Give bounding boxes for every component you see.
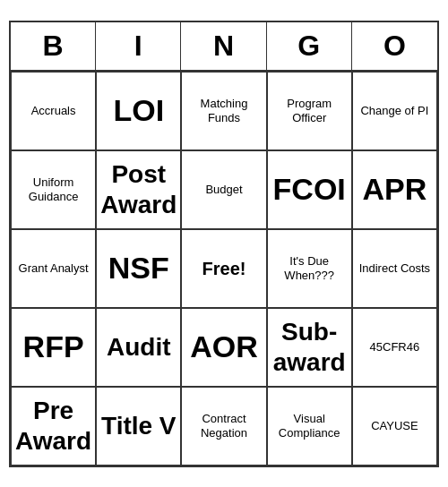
- bingo-cell: 45CFR46: [352, 308, 437, 387]
- bingo-header-letter: N: [181, 22, 266, 70]
- bingo-cell: LOI: [96, 72, 181, 150]
- bingo-cell: It's Due When???: [267, 229, 352, 308]
- bingo-cell: Title V: [96, 387, 181, 466]
- bingo-cell: Free!: [181, 229, 266, 308]
- bingo-cell: Post Award: [96, 150, 181, 229]
- bingo-header-letter: G: [267, 22, 352, 70]
- bingo-cell: Contract Negation: [181, 387, 266, 466]
- bingo-cell: Pre Award: [11, 387, 96, 466]
- bingo-cell: CAYUSE: [352, 387, 437, 466]
- bingo-grid: AccrualsLOIMatching FundsProgram Officer…: [11, 72, 437, 466]
- bingo-cell: Program Officer: [267, 72, 352, 150]
- bingo-header-letter: I: [96, 22, 181, 70]
- bingo-cell: AOR: [181, 308, 266, 387]
- bingo-cell: Change of PI: [352, 72, 437, 150]
- bingo-cell: NSF: [96, 229, 181, 308]
- bingo-cell: FCOI: [267, 150, 352, 229]
- bingo-cell: RFP: [11, 308, 96, 387]
- bingo-cell: Uniform Guidance: [11, 150, 96, 229]
- bingo-header-letter: B: [11, 22, 96, 70]
- bingo-cell: APR: [352, 150, 437, 229]
- bingo-cell: Matching Funds: [181, 72, 266, 150]
- bingo-header-letter: O: [352, 22, 437, 70]
- bingo-cell: Indirect Costs: [352, 229, 437, 308]
- bingo-cell: Audit: [96, 308, 181, 387]
- bingo-cell: Budget: [181, 150, 266, 229]
- bingo-header: BINGO: [11, 22, 437, 72]
- bingo-cell: Visual Compliance: [267, 387, 352, 466]
- bingo-card: BINGO AccrualsLOIMatching FundsProgram O…: [9, 21, 439, 467]
- bingo-cell: Accruals: [11, 72, 96, 150]
- bingo-cell: Grant Analyst: [11, 229, 96, 308]
- bingo-cell: Sub-award: [267, 308, 352, 387]
